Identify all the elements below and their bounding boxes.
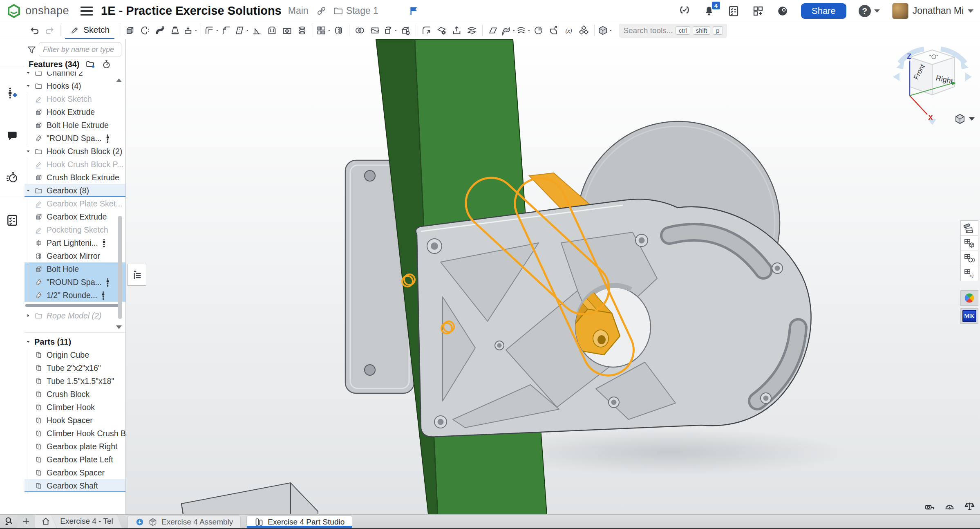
configurations-icon[interactable] [6,214,19,227]
feature-folder-channel-2[interactable]: Channel 2 [25,72,125,79]
modify-fillet-button[interactable] [419,24,434,38]
redo-button[interactable] [42,24,57,38]
feature-round-spacer-2[interactable]: "ROUND Spa... [25,276,125,289]
part-crush-block[interactable]: Crush Block [25,388,125,401]
variable-button[interactable] [561,24,576,38]
filter-icon[interactable] [26,44,37,55]
help-menu[interactable]: ? [859,5,880,17]
feature-bolt-hole[interactable]: Bolt Hole [25,262,125,276]
part-tube-1-5x1-5x18[interactable]: Tube 1.5"x1.5"x18" [25,374,125,388]
assembly-tab[interactable]: Exercise 4 Assembly [128,516,241,528]
revolve-button[interactable] [137,24,152,38]
document-tab[interactable]: Exercise 4 - Tel [51,515,122,528]
feature-folder-rope-model[interactable]: Rope Model (2) [25,309,125,322]
linear-pattern-button[interactable] [316,24,331,38]
helix-button[interactable] [516,24,531,38]
part-gearbox-plate-right[interactable]: Gearbox plate Right [25,440,125,453]
part-hook-spacer[interactable]: Hook Spacer [25,414,125,427]
workspace-label[interactable]: Stage 1 [346,5,378,16]
plane-button[interactable] [486,24,501,38]
part-origin-cube[interactable]: Origin Cube [25,348,125,361]
document-title[interactable]: 1E - Practice Exercise Solutions [101,4,282,18]
hole-button[interactable] [280,24,295,38]
bom-table-button[interactable] [960,235,978,251]
part-studio-tab[interactable]: Exercise 4 Part Studio [246,516,352,528]
delete-part-button[interactable] [398,24,413,38]
thread-button[interactable] [295,24,310,38]
edu-flag-icon[interactable] [409,5,420,16]
feature-gearbox-plate-sketch[interactable]: Gearbox Plate Sket... [25,197,125,210]
rib-button[interactable] [249,24,264,38]
part-climber-hook[interactable]: Climber Hook [25,401,125,414]
tasks-icon[interactable] [727,5,740,17]
history-icon[interactable] [6,171,19,184]
variable-table-button[interactable] [960,266,978,281]
feature-folder-gearbox[interactable]: Gearbox (8) [25,184,125,197]
split-button[interactable] [367,24,383,38]
insert-feature-icon[interactable] [6,86,19,99]
mirror-button[interactable] [331,24,346,38]
search-tools[interactable]: Search tools... ctrlshiftp [619,24,727,38]
3d-scene[interactable] [126,39,980,514]
boolean-button[interactable] [352,24,367,38]
feature-folder-hook-crush-block[interactable]: Hook Crush Block (2) [25,145,125,158]
tape-measure-icon[interactable] [924,501,935,512]
feature-hook-extrude[interactable]: Hook Extrude [25,105,125,119]
part-gearbox-shaft[interactable]: Gearbox Shaft [25,479,125,492]
comments-icon[interactable] [6,130,19,143]
protractor-icon[interactable] [944,501,955,512]
move-face-button[interactable] [449,24,464,38]
feature-timer-icon[interactable] [101,59,112,69]
branch-label[interactable]: Main [288,5,309,16]
chamfer-button[interactable] [219,24,234,38]
fillet-button[interactable] [204,24,219,38]
feedback-icon[interactable] [678,5,691,17]
wrap-button[interactable] [546,24,561,38]
mass-properties-icon[interactable] [964,501,975,512]
feature-part-lightening[interactable]: Part Lighteni... [25,236,125,249]
user-menu[interactable]: Jonathan Mi [892,3,973,19]
feature-round-spacer[interactable]: "ROUND Spa... [25,132,125,145]
main-menu-button[interactable] [81,7,93,16]
link-icon[interactable] [316,5,327,16]
sketch-button[interactable]: Sketch [65,22,114,39]
delete-face-button[interactable] [434,24,449,38]
rollback-bar[interactable] [25,302,125,309]
feature-folder-hooks[interactable]: Hooks (4) [25,79,125,92]
part-gearbox-plate-left[interactable]: Gearbox Plate Left [25,453,125,466]
feature-hook-crush-block-plate-sketch[interactable]: Hook Crush Block P... [25,158,125,171]
feature-gearbox-mirror[interactable]: Gearbox Mirror [25,249,125,262]
transform-button[interactable] [383,24,398,38]
scrollbar-thumb[interactable] [118,216,122,319]
configuration-table-button[interactable] [960,251,978,266]
feature-list-flyout-button[interactable] [128,264,146,286]
thicken-button[interactable] [183,24,198,38]
extrude-button[interactable] [122,24,137,38]
surface-button[interactable] [501,24,516,38]
sweep-button[interactable] [152,24,168,38]
feature-hook-sketch[interactable]: Hook Sketch [25,92,125,105]
parts-section-header[interactable]: Parts (11) [25,335,125,348]
feature-half-inch-rounded[interactable]: 1/2" Rounde... [25,289,125,302]
share-button[interactable]: Share [801,3,846,19]
filter-input[interactable] [39,43,121,56]
new-tab-button[interactable] [17,515,35,528]
feature-gearbox-extrude[interactable]: Gearbox Extrude [25,210,125,223]
scrollbar-down-arrow[interactable] [116,325,122,329]
scrollbar-up-arrow[interactable] [116,78,122,82]
apps-icon[interactable] [752,5,764,17]
search-tabs-button[interactable] [0,515,17,528]
mk-app-button[interactable]: MK [960,308,978,324]
onshape-logo-icon[interactable] [7,4,21,18]
new-folder-icon[interactable] [85,59,96,69]
replace-face-button[interactable] [464,24,479,38]
feature-crush-block-extrude[interactable]: Crush Block Extrude [25,171,125,184]
color-app-button[interactable] [960,290,978,306]
loft-button[interactable] [168,24,183,38]
appearance-panel-button[interactable] [960,220,978,236]
sphere-button[interactable] [531,24,546,38]
custom-feature-button[interactable] [576,24,591,38]
feature-bolt-hole-extrude[interactable]: Bolt Hole Extrude [25,119,125,132]
learning-center-icon[interactable] [776,5,789,17]
shell-button[interactable] [264,24,280,38]
